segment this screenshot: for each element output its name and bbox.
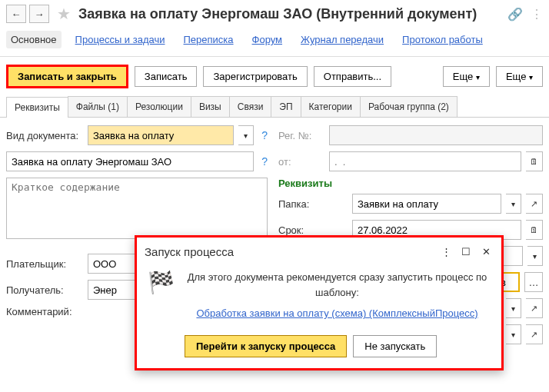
modal-go-button[interactable]: Перейти к запуску процесса (185, 335, 347, 357)
page-title: Заявка на оплату Энергомаш ЗАО (Внутренн… (78, 6, 500, 22)
forward-button[interactable]: → (29, 5, 49, 23)
folder-label: Папка: (278, 198, 348, 210)
section-tab-correspondence[interactable]: Переписка (179, 31, 238, 48)
tab-links[interactable]: Связи (229, 96, 272, 117)
subject-input[interactable] (6, 151, 254, 171)
currency-dropdown-icon[interactable]: ▾ (527, 246, 543, 266)
extra-dropdown-2-icon[interactable]: ▾ (506, 324, 521, 344)
section-tab-forum[interactable]: Форум (248, 31, 288, 48)
save-and-close-button[interactable]: Записать и закрыть (6, 65, 128, 88)
folder-open-icon[interactable]: ↗ (526, 194, 543, 214)
doc-type-select[interactable] (88, 125, 234, 145)
top-toolbar: ← → ★ Заявка на оплату Энергомаш ЗАО (Вн… (0, 0, 549, 28)
recipient-extra-browse-icon[interactable]: … (524, 272, 543, 292)
tab-ep[interactable]: ЭП (271, 96, 301, 117)
tab-categories[interactable]: Категории (301, 96, 361, 117)
modal-close-icon[interactable]: ✕ (478, 244, 494, 259)
modal-skip-button[interactable]: Не запускать (353, 335, 437, 357)
tab-props[interactable]: Реквизиты (6, 97, 68, 118)
modal-title-bar: Запуск процесса ⋮ ☐ ✕ (137, 238, 501, 265)
regno-label: Рег. №: (278, 130, 324, 141)
from-label: от: (278, 156, 324, 168)
doc-type-label: Вид документа: (6, 130, 83, 141)
checkered-flag-icon: 🏁 (148, 270, 175, 321)
comment-label: Комментарий: (6, 306, 83, 317)
link-icon[interactable]: 🔗 (507, 7, 523, 22)
favorite-star-icon[interactable]: ★ (57, 5, 71, 23)
tab-resolutions[interactable]: Резолюции (127, 96, 191, 117)
modal-more-icon[interactable]: ⋮ (438, 244, 454, 259)
due-label: Срок: (278, 224, 348, 236)
register-button[interactable]: Зарегистрировать (203, 66, 307, 87)
summary-textarea[interactable] (6, 178, 268, 239)
regno-input (329, 125, 543, 145)
form-tabs: Реквизиты Файлы (1) Резолюции Визы Связи… (0, 96, 549, 118)
modal-actions: Перейти к запуску процесса Не запускать (174, 326, 501, 368)
tab-visas[interactable]: Визы (191, 96, 230, 117)
props-subheader: Реквизиты (278, 178, 543, 189)
folder-dropdown-icon[interactable]: ▾ (506, 194, 521, 214)
section-tab-processes[interactable]: Процессы и задачи (71, 31, 170, 48)
section-tabs: Основное Процессы и задачи Переписка Фор… (0, 28, 549, 57)
more-button-1[interactable]: Еще ▾ (443, 66, 490, 87)
from-date-input[interactable] (329, 151, 521, 171)
payer-label: Плательщик: (6, 258, 83, 270)
folder-input[interactable] (352, 194, 501, 214)
modal-text-block: Для этого документа рекомендуется сразу … (184, 270, 491, 321)
modal-body: 🏁 Для этого документа рекомендуется сраз… (137, 265, 501, 326)
subject-help-icon[interactable]: ? (261, 155, 268, 168)
extra-dropdown-1-icon[interactable]: ▾ (506, 298, 521, 318)
modal-template-link[interactable]: Обработка заявки на оплату (схема) (Комп… (196, 306, 477, 321)
action-bar: Записать и закрыть Записать Зарегистриро… (0, 57, 549, 96)
section-tab-main[interactable]: Основное (6, 31, 62, 48)
more-button-2[interactable]: Еще ▾ (496, 66, 543, 87)
tab-workgroup[interactable]: Рабочая группа (2) (360, 96, 458, 117)
more-menu-icon[interactable]: ⋮ (531, 7, 543, 22)
extra-open-1-icon[interactable]: ↗ (526, 298, 543, 318)
modal-title: Запуск процесса (145, 245, 434, 258)
calendar-icon[interactable]: 🗓 (526, 151, 543, 171)
recipient-label: Получатель: (6, 284, 83, 296)
doc-type-help-icon[interactable]: ? (261, 129, 268, 141)
back-button[interactable]: ← (6, 5, 26, 23)
send-button[interactable]: Отправить... (314, 66, 391, 87)
save-button[interactable]: Записать (135, 66, 198, 87)
tab-files[interactable]: Файлы (1) (68, 96, 128, 117)
modal-message: Для этого документа рекомендуется сразу … (184, 270, 491, 300)
modal-maximize-icon[interactable]: ☐ (458, 244, 474, 259)
section-tab-protocol[interactable]: Протокол работы (398, 31, 487, 48)
process-launch-modal: Запуск процесса ⋮ ☐ ✕ 🏁 Для этого докуме… (135, 235, 504, 370)
extra-open-2-icon[interactable]: ↗ (526, 324, 543, 344)
section-tab-transfer-log[interactable]: Журнал передачи (296, 31, 388, 48)
spacer (398, 73, 437, 81)
due-calendar-icon[interactable]: 🗓 (526, 220, 543, 240)
doc-type-dropdown-icon[interactable]: ▾ (238, 125, 254, 145)
